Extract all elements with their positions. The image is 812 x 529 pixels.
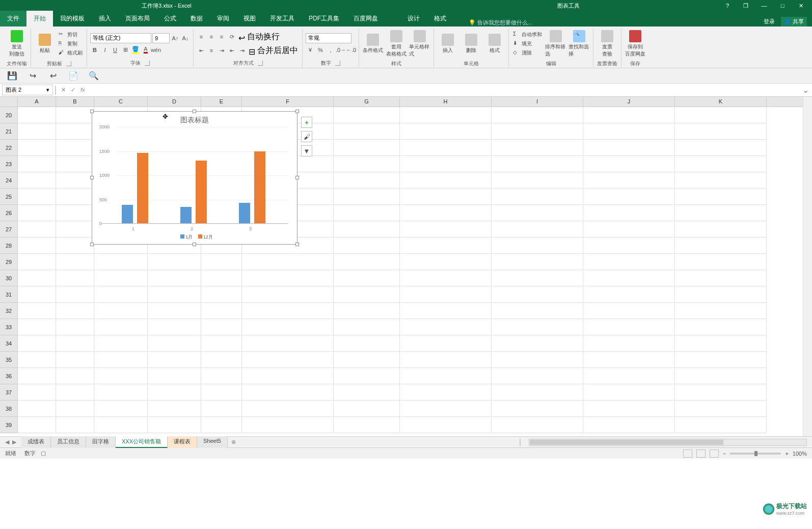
fill-button[interactable]: ⬇填充 (512, 40, 543, 48)
cell-style-button[interactable]: 单元格样式 (409, 29, 430, 59)
align-bottom-button[interactable]: ≡ (217, 32, 226, 41)
find-select-button[interactable]: 🔍查找和选择 (569, 29, 590, 59)
indent-dec-button[interactable]: ⇤ (227, 46, 236, 55)
phonetic-button[interactable]: wén (151, 45, 160, 55)
cut-button[interactable]: ✂剪切 (58, 31, 84, 39)
tab-layout[interactable]: 页面布局 (118, 11, 157, 27)
row-header-26[interactable]: 26 (0, 205, 18, 221)
resize-handle-ml[interactable] (90, 176, 94, 179)
clear-button[interactable]: ◇清除 (512, 49, 543, 57)
currency-button[interactable]: ¥ (306, 45, 315, 55)
col-header-C[interactable]: C (94, 97, 148, 107)
font-color-button[interactable]: A (141, 45, 150, 55)
number-launcher[interactable] (335, 61, 340, 66)
page-break-view-button[interactable] (710, 449, 719, 458)
sheet-tab-员工信息[interactable]: 员工信息 (51, 436, 86, 448)
resize-handle-br[interactable] (295, 243, 299, 246)
number-format-select[interactable] (306, 33, 351, 43)
comma-button[interactable]: , (326, 45, 335, 55)
col-header-J[interactable]: J (583, 97, 675, 107)
row-header-35[interactable]: 35 (0, 352, 18, 368)
restore-icon[interactable]: ❐ (741, 2, 751, 10)
row-header-22[interactable]: 22 (0, 140, 18, 156)
fx-icon[interactable]: fx (80, 87, 85, 93)
copy-button[interactable]: ⎘复制 (58, 40, 84, 48)
save-icon[interactable]: 💾 (7, 71, 17, 81)
paste-button[interactable]: 粘贴 (34, 29, 56, 59)
row-header-37[interactable]: 37 (0, 384, 18, 401)
redo-icon[interactable]: ↪ (28, 71, 38, 81)
tell-me-input[interactable]: 💡 告诉我您想要做什么... (469, 19, 532, 27)
sheet-tab-Sheet5[interactable]: Sheet5 (197, 436, 228, 448)
italic-button[interactable]: I (100, 45, 110, 55)
sheet-tab-成绩表[interactable]: 成绩表 (21, 436, 51, 448)
tab-format[interactable]: 格式 (427, 11, 453, 27)
tab-review[interactable]: 审阅 (210, 11, 236, 27)
tab-insert[interactable]: 插入 (92, 11, 118, 27)
grow-font-button[interactable]: A↑ (171, 34, 180, 43)
border-button[interactable]: ⊞ (121, 45, 130, 55)
orientation-button[interactable]: ⟳ (227, 32, 236, 41)
bold-button[interactable]: B (90, 45, 99, 55)
resize-handle-tr[interactable] (295, 110, 299, 113)
row-header-20[interactable]: 20 (0, 107, 18, 123)
dec-decimal-button[interactable]: ←.0 (346, 45, 356, 55)
align-center-button[interactable]: ≡ (207, 46, 216, 55)
insert-cells-button[interactable]: 插入 (437, 29, 458, 59)
tab-templates[interactable]: 我的模板 (53, 11, 92, 27)
col-header-A[interactable]: A (18, 97, 56, 107)
font-name-select[interactable] (90, 33, 151, 43)
row-header-34[interactable]: 34 (0, 335, 18, 352)
col-header-G[interactable]: G (334, 97, 400, 107)
tab-home[interactable]: 开始 (26, 11, 53, 27)
bar-1月-3[interactable] (239, 203, 250, 223)
cancel-formula-icon[interactable]: ✕ (61, 87, 66, 93)
resize-handle-bc[interactable] (193, 243, 196, 246)
resize-handle-tc[interactable] (193, 110, 196, 113)
inc-decimal-button[interactable]: .0→ (336, 45, 345, 55)
sort-filter-button[interactable]: 排序和筛选 (545, 29, 566, 59)
col-header-I[interactable]: I (492, 97, 583, 107)
col-header-K[interactable]: K (675, 97, 767, 107)
indent-inc-button[interactable]: ⇥ (237, 46, 247, 55)
sheet-tab-XXX公司销售额[interactable]: XXX公司销售额 (116, 436, 168, 448)
col-header-E[interactable]: E (201, 97, 242, 107)
undo-icon[interactable]: ↩ (48, 71, 58, 81)
login-link[interactable]: 登录 (764, 18, 775, 25)
chart-filter-button[interactable]: ▼ (301, 145, 312, 156)
tab-formulas[interactable]: 公式 (157, 11, 183, 27)
resize-handle-bl[interactable] (90, 243, 94, 246)
row-header-38[interactable]: 38 (0, 401, 18, 417)
chart-legend[interactable]: 1月 12月 (92, 224, 297, 241)
save-cloud-button[interactable]: 保存到 百度网盘 (625, 29, 646, 59)
embedded-chart[interactable]: ✥ 图表标题 0500100015002000123 1月 12月 + 🖌 ▼ (92, 111, 297, 245)
bar-12月-1[interactable] (137, 153, 148, 223)
conditional-format-button[interactable]: 条件格式 (362, 29, 384, 59)
select-all-corner[interactable] (0, 97, 18, 107)
table-format-button[interactable]: 套用 表格格式 (386, 29, 407, 59)
tab-view[interactable]: 视图 (236, 11, 263, 27)
status-record-icon[interactable]: ▢ (41, 450, 46, 457)
add-sheet-button[interactable]: ⊕ (228, 439, 240, 445)
row-header-27[interactable]: 27 (0, 221, 18, 237)
row-header-30[interactable]: 30 (0, 270, 18, 286)
touch-mode-icon[interactable]: 📄 (68, 71, 78, 81)
row-header-33[interactable]: 33 (0, 319, 18, 335)
help-icon[interactable]: ? (722, 2, 733, 10)
chart-styles-button[interactable]: 🖌 (301, 131, 312, 142)
align-launcher[interactable] (258, 61, 263, 66)
tab-file[interactable]: 文件 (0, 11, 26, 27)
tab-dev[interactable]: 开发工具 (263, 11, 302, 27)
maximize-icon[interactable]: □ (777, 2, 788, 10)
share-button[interactable]: 👤 共享 (781, 17, 807, 27)
tab-nav-prev[interactable]: ◀ (5, 439, 9, 445)
fill-color-button[interactable]: 🪣 (131, 45, 140, 55)
bar-1月-1[interactable] (122, 205, 133, 223)
align-top-button[interactable]: ≡ (197, 32, 206, 41)
name-box[interactable]: 图表 2▾ (2, 85, 53, 95)
horizontal-scrollbar[interactable] (529, 439, 807, 446)
bar-12月-2[interactable] (196, 161, 207, 224)
row-header-24[interactable]: 24 (0, 172, 18, 189)
formula-input[interactable] (90, 86, 799, 94)
autosum-button[interactable]: Σ自动求和 (512, 31, 543, 39)
